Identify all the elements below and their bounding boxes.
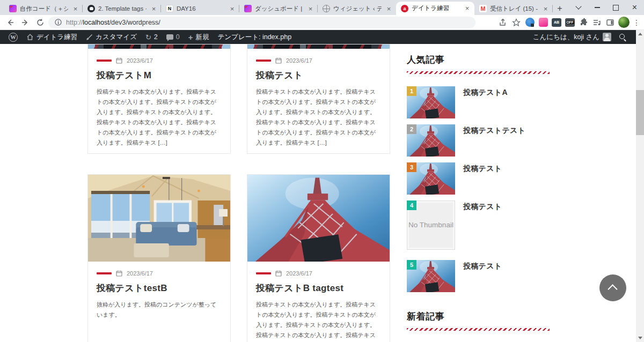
customize-menu[interactable]: カスタマイズ: [82, 30, 141, 44]
tab-search-chevron-icon[interactable]: [569, 0, 588, 15]
tab-day16[interactable]: N DAY16: [161, 2, 239, 15]
bookmark-star-icon[interactable]: [511, 17, 522, 28]
rank-badge: 1: [407, 86, 416, 96]
popular-post-title: 投稿テスト: [463, 164, 502, 195]
popular-post-thumbnail: 3: [407, 162, 455, 195]
post-title[interactable]: 投稿テスト: [256, 69, 381, 81]
post-thumbnail[interactable]: [88, 44, 230, 49]
extensions-puzzle-icon[interactable]: [578, 17, 589, 28]
wp-logo-menu[interactable]: W: [4, 30, 22, 44]
tab-close-icon[interactable]: [463, 4, 471, 12]
popular-post-thumbnail: 1: [407, 86, 455, 118]
post-body: 2023/6/17 投稿テスト 投稿テキストの本文が入ります。投稿テキストの本文…: [247, 57, 390, 154]
rank-badge: 2: [407, 124, 416, 134]
popular-post-title: 投稿テスト: [463, 262, 502, 292]
tab-close-icon[interactable]: [228, 5, 236, 13]
wp-admin-bar: W デイトラ練習 カスタマイズ 2 0 新規 テンプレート: index.php: [0, 30, 636, 44]
rank-badge: 5: [407, 260, 416, 270]
popular-post-item[interactable]: 2 投稿テストテスト: [407, 124, 550, 157]
scrollbar-thumb[interactable]: [636, 90, 644, 135]
post-card: 2023/6/17 投稿テストtestB 抜粋が入ります。投稿のコンテンツが整っ…: [87, 174, 231, 342]
side-panel-icon[interactable]: [605, 17, 616, 28]
site-info-icon[interactable]: [55, 19, 62, 26]
category-dash: [97, 272, 112, 274]
notebook-favicon-icon: [9, 5, 17, 12]
scroll-to-top-button[interactable]: [599, 274, 626, 301]
browser-window: 自作コード（＋ショートコ 2. Template tags · cab N DA…: [0, 0, 644, 342]
browser-toolbar: http://localhost/dev3/wordpress/ AB OFF: [0, 15, 644, 30]
post-thumbnail[interactable]: [247, 44, 390, 49]
updates-menu[interactable]: 2: [141, 30, 162, 44]
tab-jisaku-code[interactable]: 自作コード（＋ショートコ: [4, 2, 83, 15]
popular-post-item[interactable]: 5 投稿テスト: [407, 260, 550, 292]
notebook-favicon-icon: [244, 5, 252, 12]
tab-gmail-inbox[interactable]: M 受信トレイ (15) - bzn.k: [474, 2, 553, 15]
plus-icon: [188, 33, 193, 42]
tab-widgets[interactable]: ウィジェット ‹ デイトラ練習: [318, 2, 396, 15]
maximize-button[interactable]: [606, 0, 625, 15]
user-avatar[interactable]: [603, 33, 611, 41]
tab-close-icon[interactable]: [541, 5, 550, 13]
share-icon[interactable]: [497, 17, 508, 28]
toolbar-right: AB OFF: [497, 17, 641, 28]
admin-search[interactable]: [614, 30, 631, 44]
new-content-menu[interactable]: 新規: [184, 30, 214, 44]
tabs: 自作コード（＋ショートコ 2. Template tags · cab N DA…: [0, 2, 567, 15]
post-title[interactable]: 投稿テストM: [97, 69, 222, 81]
forward-button[interactable]: [18, 16, 32, 29]
address-bar[interactable]: http://localhost/dev3/wordpress/: [48, 17, 475, 28]
post-meta: 2023/6/17: [97, 270, 222, 277]
back-button[interactable]: [3, 16, 17, 29]
post-thumbnail[interactable]: [88, 175, 230, 262]
site-favicon-icon: a: [401, 5, 408, 12]
profile-avatar[interactable]: [618, 17, 630, 28]
post-card: 2023/6/17 投稿テストB tagtest 投稿テキストの本文が入ります。…: [247, 174, 390, 342]
calendar-icon: [275, 270, 282, 277]
minimize-button[interactable]: [588, 0, 606, 15]
account-greeting[interactable]: こんにちは、koji さん: [533, 33, 599, 42]
post-thumbnail[interactable]: [247, 175, 390, 262]
tab-close-icon[interactable]: [150, 5, 158, 13]
new-tab-button[interactable]: [553, 2, 567, 15]
reload-button[interactable]: [33, 16, 47, 29]
page-viewport: 2023/6/17 投稿テストM 投稿テキストの本文が入ります。投稿テキストの本…: [0, 44, 636, 342]
tab-template-tags[interactable]: 2. Template tags · cab: [83, 2, 161, 15]
post-excerpt: 抜粋が入ります。投稿のコンテンツが整っています。: [97, 300, 222, 320]
calendar-icon: [116, 270, 122, 277]
comments-menu[interactable]: 0: [162, 30, 184, 44]
admin-bar-right: こんにちは、koji さん: [533, 30, 634, 44]
popular-post-item[interactable]: 1 投稿テストA: [407, 86, 550, 118]
ab-chat-extension-icon[interactable]: AB: [551, 17, 562, 28]
tab-close-icon[interactable]: [71, 5, 79, 13]
tab-list-icon[interactable]: [591, 17, 602, 28]
notion-favicon-icon: N: [166, 5, 173, 12]
off-badge-extension-icon[interactable]: OFF: [565, 17, 575, 28]
tab-daytra-practice-active[interactable]: a デイトラ練習: [396, 2, 474, 15]
tab-dashboard[interactable]: ダッシュボード | デイトラ –: [239, 2, 318, 15]
tab-title: デイトラ練習: [412, 4, 460, 12]
github-favicon-icon: [87, 5, 95, 12]
popular-post-item[interactable]: No Thumbnail 4 投稿テスト: [407, 200, 550, 250]
pink-extension-icon[interactable]: [538, 17, 548, 28]
scrollbar-down-arrow[interactable]: [636, 334, 644, 342]
template-indicator: テンプレート: index.php: [214, 30, 296, 44]
striped-divider: [407, 328, 550, 331]
post-meta: 2023/6/17: [256, 57, 381, 64]
site-name-menu[interactable]: デイトラ練習: [22, 30, 82, 44]
password-manager-extension-icon[interactable]: [524, 17, 535, 28]
tab-close-icon[interactable]: [385, 5, 393, 13]
tab-close-icon[interactable]: [306, 5, 314, 13]
post-meta: 2023/6/17: [97, 57, 222, 64]
sidebar: 人気記事 1 投稿テストA 2 投稿テストテスト: [407, 44, 550, 342]
post-title[interactable]: 投稿テストtestB: [97, 282, 222, 294]
popular-post-item[interactable]: 3 投稿テスト: [407, 162, 550, 195]
popular-post-title: 投稿テスト: [463, 202, 502, 250]
close-window-button[interactable]: [625, 0, 644, 15]
post-row-1: 2023/6/17 投稿テストM 投稿テキストの本文が入ります。投稿テキストの本…: [87, 44, 390, 154]
post-title[interactable]: 投稿テストB tagtest: [256, 282, 381, 294]
post-date: 2023/6/17: [127, 57, 153, 64]
brush-icon: [86, 34, 93, 41]
browser-menu-icon[interactable]: [632, 18, 641, 27]
scrollbar-up-arrow[interactable]: [636, 30, 644, 38]
post-row-2: 2023/6/17 投稿テストtestB 抜粋が入ります。投稿のコンテンツが整っ…: [87, 174, 390, 342]
